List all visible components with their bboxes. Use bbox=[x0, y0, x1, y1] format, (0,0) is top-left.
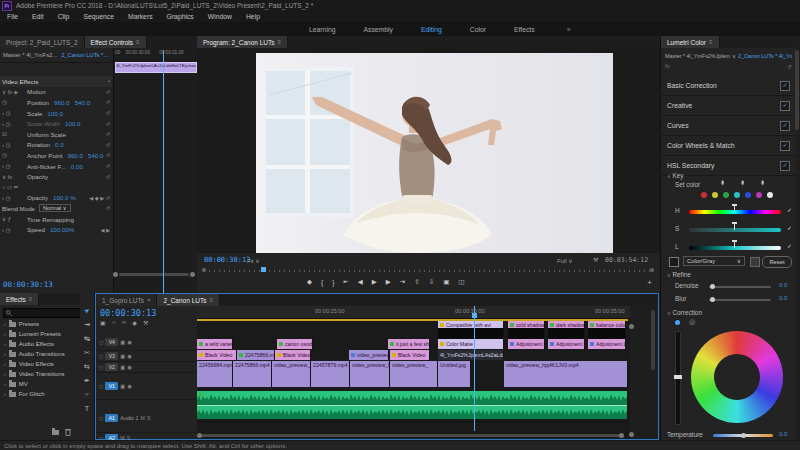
timeline-toolbar-button[interactable]: ▣ bbox=[100, 319, 106, 326]
transport-button[interactable]: } bbox=[332, 279, 334, 286]
effects-folder-row[interactable]: › Audio Transitions bbox=[0, 349, 80, 359]
lock-icon[interactable]: ◻ bbox=[99, 339, 103, 345]
track-header-v4[interactable]: ◻ V4 ▣ ◉ bbox=[96, 333, 197, 351]
effect-parameter-row[interactable]: › ◷ Scale Width 100.0 ↺ bbox=[0, 118, 112, 129]
effect-parameter-row[interactable]: ☑ Uniform Scale ↺ bbox=[0, 129, 112, 140]
timeline-clip[interactable]: video_preview_f bbox=[349, 350, 389, 360]
sync-lock-icon[interactable]: ▣ bbox=[120, 383, 125, 389]
timeline-clip[interactable]: video_preview_ bbox=[272, 361, 311, 387]
sync-lock-icon[interactable]: ▣ bbox=[120, 339, 125, 345]
twirl-icon[interactable]: › bbox=[4, 361, 6, 367]
color-wheels-icon[interactable]: ◎ bbox=[689, 318, 695, 326]
settings-wrench-icon[interactable]: ⚒ bbox=[593, 256, 598, 263]
temperature-slider[interactable] bbox=[713, 434, 773, 437]
transport-button[interactable]: ◀ bbox=[358, 278, 363, 286]
workspace-overflow-icon[interactable]: » bbox=[567, 26, 571, 33]
effect-parameter-row[interactable]: › ◷ Rotation 0.0 ↺ bbox=[0, 140, 112, 151]
effect-parameter-row[interactable]: › ◷ Anti-flicker F... 0.00 ↺ bbox=[0, 161, 112, 172]
transport-button[interactable]: ▶ bbox=[372, 278, 377, 286]
effect-parameter-row[interactable]: › ◷ Scale 100.0 ↺ bbox=[0, 108, 112, 119]
parameter-lead-icons[interactable]: › ◷ bbox=[2, 227, 27, 233]
blur-value[interactable]: 0.0 bbox=[779, 295, 787, 301]
parameter-lead-icons[interactable]: › ◷ bbox=[2, 110, 27, 116]
lumetri-sequence-label[interactable]: 2_Canon LUTs * 4l_Ym... bbox=[738, 53, 792, 59]
lumetri-section-row[interactable]: Creative ✓ bbox=[661, 96, 796, 116]
transport-button[interactable]: ⇥ bbox=[400, 278, 405, 286]
workspace-tab[interactable]: Color bbox=[456, 26, 500, 33]
timeline-clip[interactable]: 22457879.mp4 bbox=[311, 361, 350, 387]
menu-item[interactable]: Help bbox=[239, 13, 267, 20]
timeline-clip[interactable]: Black Video bbox=[390, 350, 430, 360]
track-a1-lane[interactable] bbox=[197, 391, 630, 421]
track-target-v3[interactable]: V3 bbox=[105, 352, 118, 360]
delete-icon[interactable] bbox=[65, 428, 71, 436]
luma-check-icon[interactable]: ✓ bbox=[787, 242, 792, 249]
effect-parameter-row[interactable]: Blend Mode Normal ∨ ↺ bbox=[0, 203, 112, 214]
effect-controls-playhead[interactable] bbox=[163, 50, 164, 293]
menu-item[interactable]: Sequence bbox=[76, 13, 121, 20]
lock-icon[interactable]: ◻ bbox=[99, 353, 103, 359]
parameter-lead-icons[interactable]: ☑ bbox=[2, 131, 27, 137]
track-header-v2[interactable]: ◻ V2 ▣ ◉ bbox=[96, 362, 197, 373]
effect-parameter-row[interactable]: ◷ Anchor Point 960.0 540.0 ↺ bbox=[0, 150, 112, 161]
section-enabled-checkbox[interactable]: ✓ bbox=[780, 121, 790, 131]
menu-item[interactable]: Edit bbox=[25, 13, 51, 20]
matte-mode-dropdown[interactable]: Color/Gray∨ bbox=[683, 256, 745, 266]
program-playhead[interactable] bbox=[261, 267, 266, 272]
timeline-clip[interactable]: Color Matte bbox=[438, 339, 504, 349]
luma-range-slider[interactable] bbox=[689, 246, 781, 250]
timeline-ruler[interactable]: 00:00:25:0000:00:30:0000:00:35:00 bbox=[197, 306, 630, 319]
timeline-clip[interactable]: a wild variety bbox=[197, 339, 233, 349]
track-v2-lane[interactable]: Black Video 22475866.mp4 Black Video vid… bbox=[197, 350, 630, 361]
effect-parameter-row[interactable]: ◷ Position 960.0 540.0 ↺ bbox=[0, 97, 112, 108]
tab-lumetri-color[interactable]: Lumetri Color ≡ bbox=[661, 36, 720, 48]
track-header-a1[interactable]: ◻ A1 Audio 1 M S bbox=[96, 403, 197, 433]
mini-timeline-clip[interactable]: 4l_YmFs2%JplemLAs2aLdzHwLTEy.mov bbox=[115, 62, 197, 73]
tab-sequence-1[interactable]: 1_Gopro LUTs × bbox=[96, 294, 157, 306]
timeline-timecode[interactable]: 00:00:30:13 bbox=[100, 308, 156, 318]
effect-controls-mini-timeline[interactable]: :00 00:00:30:00 00:00:31:00 4l_YmFs2%Jpl… bbox=[113, 48, 198, 293]
twirl-icon[interactable]: › bbox=[4, 331, 6, 337]
timeline-clip[interactable]: 22475866.mp4 bbox=[237, 350, 275, 360]
sequence-label[interactable]: 2_Canon LUTs *... bbox=[61, 52, 108, 58]
effects-folder-row[interactable]: › MV bbox=[0, 379, 80, 389]
track-target-a1[interactable]: A1 bbox=[105, 414, 118, 422]
lumetri-scrollbar[interactable] bbox=[795, 50, 799, 130]
twirl-icon[interactable]: › bbox=[4, 391, 6, 397]
parameter-lead-icons[interactable]: ∨ fx ◈ bbox=[2, 89, 27, 95]
menu-item[interactable]: Window bbox=[201, 13, 239, 20]
parameter-lead-icons[interactable]: ◷ bbox=[2, 152, 27, 158]
parameter-lead-icons[interactable]: › ◷ bbox=[2, 142, 27, 148]
invert-matte-icon[interactable] bbox=[750, 257, 760, 267]
effects-folder-row[interactable]: › Presets bbox=[0, 319, 80, 329]
track-target-v2[interactable]: V2 bbox=[105, 363, 118, 371]
timeline-clip[interactable]: Adjustment Lay bbox=[508, 339, 545, 349]
tool-button[interactable]: ⇆ bbox=[84, 363, 90, 371]
track-output-eye-icon[interactable]: ◉ bbox=[127, 383, 132, 389]
track-target-v1[interactable]: V1 bbox=[105, 382, 118, 390]
parameter-select[interactable]: Normal ∨ bbox=[39, 204, 71, 212]
color-swatch[interactable] bbox=[701, 192, 707, 198]
parameter-reset-icon[interactable]: ↺ bbox=[106, 121, 110, 127]
color-swatch[interactable] bbox=[756, 192, 762, 198]
panel-menu-icon[interactable]: ≡ bbox=[209, 297, 213, 303]
timeline-clip[interactable]: balance color bbox=[588, 321, 626, 339]
tool-button[interactable]: ↹ bbox=[84, 335, 90, 343]
transport-button[interactable]: ▶ bbox=[386, 278, 391, 286]
timeline-clip[interactable]: dark shadow bbox=[548, 321, 585, 339]
section-enabled-checkbox[interactable]: ✓ bbox=[780, 101, 790, 111]
timeline-clip[interactable]: Compatible with avi bbox=[438, 321, 504, 339]
track-resize-handle[interactable] bbox=[629, 432, 634, 437]
effect-parameter-row[interactable]: ○ ▭ ✏ bbox=[0, 182, 112, 193]
timeline-clip[interactable]: Black Video bbox=[197, 350, 237, 360]
track-a2-lane[interactable] bbox=[197, 421, 630, 434]
denoise-value[interactable]: 0.0 bbox=[779, 282, 787, 288]
key-section-label[interactable]: Key bbox=[672, 172, 683, 179]
parameter-reset-icon[interactable]: ↺ bbox=[106, 205, 110, 211]
tool-button[interactable]: ✒ bbox=[84, 377, 90, 385]
timeline-clip[interactable]: 22456684.mp4 bbox=[197, 361, 233, 387]
lumetri-section-row[interactable]: Curves ✓ bbox=[661, 116, 796, 136]
timeline-clip[interactable]: cold shadow bbox=[508, 321, 545, 339]
timeline-toolbar-button[interactable]: ∞ bbox=[122, 319, 126, 326]
panel-menu-icon[interactable]: ≡ bbox=[136, 39, 140, 45]
